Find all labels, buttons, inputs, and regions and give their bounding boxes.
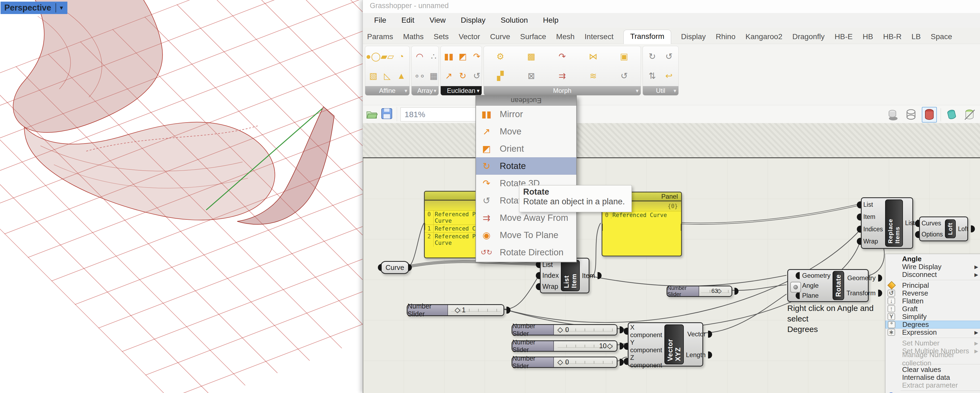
ctx-clear-values[interactable]: Clear values	[885, 366, 980, 374]
box-morph-icon[interactable]: ▣	[617, 50, 631, 64]
rotate-band[interactable]: Rotate	[832, 271, 844, 300]
list-item-band[interactable]: List Item	[561, 260, 580, 291]
orient-icon[interactable]: ◩	[456, 50, 470, 64]
ctx-disconnect[interactable]: Disconnect▶	[885, 271, 980, 278]
group-label-morph[interactable]: Morph	[484, 86, 641, 95]
input-wrap[interactable]: Wrap	[863, 238, 883, 245]
panel2-output-port[interactable]	[681, 224, 682, 231]
tab-display[interactable]: Display	[681, 32, 706, 44]
move-icon[interactable]: ↗	[442, 69, 456, 83]
group-label-util[interactable]: Util	[643, 86, 678, 95]
rhino-viewport[interactable]: Perspective ▼	[0, 0, 363, 393]
split-transform-icon[interactable]: ↺	[662, 50, 676, 64]
ctx-internalise-data[interactable]: Internalise data	[885, 374, 980, 382]
input-list[interactable]: List	[863, 201, 883, 208]
tab-hb-r[interactable]: HB-R	[883, 32, 901, 44]
orient-direction-icon[interactable]: ▲	[394, 69, 408, 83]
output-vector[interactable]: Vector	[687, 331, 706, 338]
no-preview-icon[interactable]	[886, 107, 900, 122]
project-icon[interactable]: ▧	[366, 69, 380, 83]
maelstrom-icon[interactable]: ↺	[617, 69, 631, 83]
scale-nu-icon[interactable]: ▰▱	[380, 50, 394, 64]
chevron-down-icon[interactable]: ▼	[59, 5, 64, 11]
splop-icon[interactable]: ≋	[586, 69, 600, 83]
slider-track[interactable]: ◇ 1	[448, 305, 503, 315]
tab-intersect[interactable]: Intersect	[585, 32, 613, 44]
menu-help[interactable]: Help	[543, 16, 559, 24]
replace-items-band[interactable]: Replace Items	[885, 200, 903, 247]
output-list[interactable]: List	[905, 219, 915, 227]
vector-xyz-band[interactable]: Vector XYZ	[664, 324, 684, 364]
slider-knob[interactable]: ◇	[455, 305, 460, 314]
scale-icon[interactable]: ●◯	[366, 50, 380, 64]
input-indices[interactable]: Indices	[863, 226, 883, 233]
ctx-set-number[interactable]: Set Number▶	[885, 339, 980, 347]
input-geometry[interactable]: Geometry	[802, 272, 830, 280]
output-length[interactable]: Length	[686, 351, 706, 359]
mirror-icon[interactable]: ▮▮	[442, 50, 456, 64]
inverse-transform-icon[interactable]: ⇅	[645, 69, 659, 83]
menu-item-move-to-plane[interactable]: ◉ Move To Plane	[476, 227, 576, 244]
number-slider-index[interactable]: Number Slider ◇ 1	[407, 304, 504, 316]
panel1-input-port[interactable]	[424, 223, 425, 230]
menu-item-mirror[interactable]: ▮▮ Mirror	[476, 105, 576, 123]
panel2-input-port[interactable]	[601, 224, 603, 231]
slider-track[interactable]: ◇ 0	[554, 325, 617, 335]
ctx-degrees[interactable]: ° Degrees	[885, 321, 980, 329]
taper-icon[interactable]: ⋈	[586, 50, 600, 64]
replace-items-component[interactable]: List Item Indices Wrap Replace Items Lis…	[861, 197, 913, 249]
tab-mesh[interactable]: Mesh	[556, 32, 574, 44]
menu-item-orient[interactable]: ◩ Orient	[476, 140, 576, 157]
ctx-flatten[interactable]: ↓ Flatten	[885, 297, 980, 305]
curve-array-icon[interactable]: ◠	[413, 50, 427, 64]
output-loft[interactable]: Loft	[958, 225, 968, 233]
slider-knob[interactable]: ◇	[557, 325, 563, 334]
rotate-3d-icon[interactable]: ↷	[470, 50, 482, 64]
menu-display[interactable]: Display	[461, 16, 486, 24]
polar-array-icon[interactable]: ∴	[427, 50, 439, 64]
save-file-icon[interactable]	[380, 107, 393, 119]
shear-icon[interactable]: ◺	[380, 69, 394, 83]
ctx-reverse[interactable]: ↺ Reverse	[885, 289, 980, 297]
flow-icon[interactable]: ▞	[493, 69, 507, 83]
open-file-icon[interactable]	[366, 108, 378, 120]
linear-array-icon[interactable]: ∘∘	[413, 69, 427, 83]
input-angle[interactable]: Angle	[802, 282, 830, 289]
input-wrap[interactable]: Wrap	[542, 283, 559, 291]
tab-sets[interactable]: Sets	[434, 32, 449, 44]
angle-input-icon[interactable]	[790, 282, 801, 292]
input-y-component[interactable]: Y component	[630, 339, 662, 354]
menu-solution[interactable]: Solution	[501, 16, 528, 24]
list-item-component[interactable]: List Index Wrap List Item Item	[540, 258, 589, 293]
input-curves[interactable]: Curves	[921, 220, 943, 227]
menu-edit[interactable]: Edit	[401, 16, 414, 24]
surface-morph-icon[interactable]: ▩	[524, 50, 538, 64]
slider-knob[interactable]: ◇	[717, 287, 722, 294]
tab-curve[interactable]: Curve	[490, 32, 510, 44]
selected-only-preview-icon[interactable]	[945, 107, 959, 122]
slider-track[interactable]: ◇ 0	[554, 357, 617, 367]
tab-dragonfly[interactable]: Dragonfly	[792, 32, 825, 44]
slider-knob[interactable]: ◇	[557, 358, 563, 366]
ctx-graft[interactable]: ↑ Graft	[885, 305, 980, 313]
menu-item-move[interactable]: ↗ Move	[476, 123, 576, 140]
tab-hb-e[interactable]: HB-E	[835, 32, 853, 44]
zoom-level-input[interactable]: 181%	[401, 107, 482, 121]
input-x-component[interactable]: X component	[630, 324, 662, 339]
curve-param[interactable]: Curve	[380, 261, 409, 274]
input-item[interactable]: Item	[863, 213, 883, 220]
slider-track[interactable]: 10 ◇	[554, 341, 617, 351]
group-label-euclidean[interactable]: Euclidean	[441, 86, 482, 95]
tab-surface[interactable]: Surface	[520, 32, 546, 44]
loft-component[interactable]: Curves Options Loft Loft	[919, 216, 968, 241]
group-label-array[interactable]: Array	[412, 86, 439, 95]
tab-kangaroo2[interactable]: Kangaroo2	[746, 32, 783, 44]
input-z-component[interactable]: Z component	[630, 354, 662, 369]
transform-matrix-icon[interactable]: ↩	[662, 69, 676, 83]
menu-file[interactable]: File	[374, 16, 386, 24]
viewport-title-chip[interactable]: Perspective ▼	[0, 2, 67, 14]
rotate-axis-icon[interactable]: ◔	[394, 50, 408, 64]
group-label-affine[interactable]: Affine	[365, 86, 409, 95]
loft-band[interactable]: Loft	[945, 219, 956, 238]
dropdown-header[interactable]: Euclidean	[476, 96, 576, 105]
